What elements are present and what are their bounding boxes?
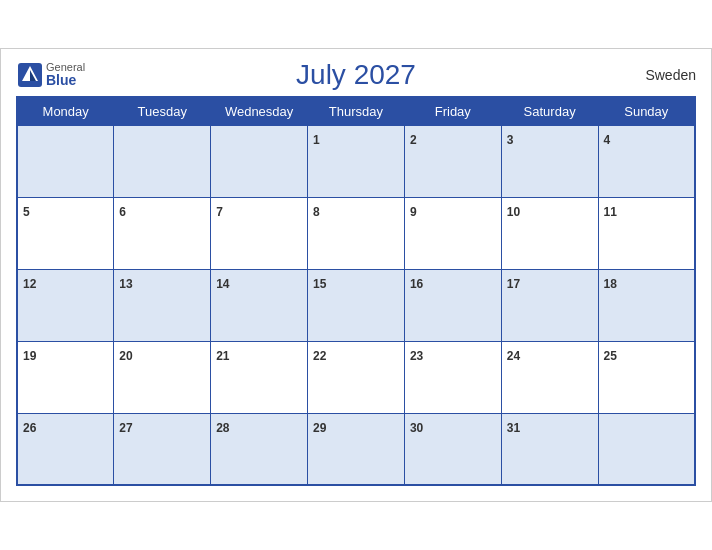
- table-row: 4: [598, 125, 695, 197]
- table-row: 2: [404, 125, 501, 197]
- days-header-row: Monday Tuesday Wednesday Thursday Friday…: [17, 97, 695, 126]
- table-row: 3: [501, 125, 598, 197]
- day-number: 23: [410, 349, 423, 363]
- calendar-week-row: 12131415161718: [17, 269, 695, 341]
- calendar-week-row: 262728293031: [17, 413, 695, 485]
- day-number: 3: [507, 133, 514, 147]
- calendar-week-row: 567891011: [17, 197, 695, 269]
- day-number: 19: [23, 349, 36, 363]
- table-row: 6: [114, 197, 211, 269]
- table-row: [598, 413, 695, 485]
- day-number: 7: [216, 205, 223, 219]
- table-row: 29: [308, 413, 405, 485]
- table-row: 7: [211, 197, 308, 269]
- table-row: 17: [501, 269, 598, 341]
- table-row: 26: [17, 413, 114, 485]
- country-label: Sweden: [645, 67, 696, 83]
- table-row: 28: [211, 413, 308, 485]
- calendar-grid: Monday Tuesday Wednesday Thursday Friday…: [16, 96, 696, 487]
- day-number: 13: [119, 277, 132, 291]
- header-wednesday: Wednesday: [211, 97, 308, 126]
- header-tuesday: Tuesday: [114, 97, 211, 126]
- table-row: 16: [404, 269, 501, 341]
- day-number: 24: [507, 349, 520, 363]
- table-row: 19: [17, 341, 114, 413]
- table-row: 23: [404, 341, 501, 413]
- logo-area: General Blue: [16, 61, 85, 89]
- day-number: 16: [410, 277, 423, 291]
- day-number: 14: [216, 277, 229, 291]
- table-row: 5: [17, 197, 114, 269]
- calendar-header: General Blue July 2027 Sweden: [16, 59, 696, 91]
- day-number: 4: [604, 133, 611, 147]
- day-number: 11: [604, 205, 617, 219]
- calendar-title: July 2027: [16, 59, 696, 91]
- table-row: 25: [598, 341, 695, 413]
- day-number: 21: [216, 349, 229, 363]
- table-row: [17, 125, 114, 197]
- table-row: [114, 125, 211, 197]
- header-thursday: Thursday: [308, 97, 405, 126]
- day-number: 27: [119, 421, 132, 435]
- logo-icon: [16, 61, 44, 89]
- table-row: 22: [308, 341, 405, 413]
- day-number: 26: [23, 421, 36, 435]
- table-row: 14: [211, 269, 308, 341]
- logo-blue-text: Blue: [46, 73, 85, 88]
- day-number: 15: [313, 277, 326, 291]
- table-row: 10: [501, 197, 598, 269]
- table-row: 9: [404, 197, 501, 269]
- header-sunday: Sunday: [598, 97, 695, 126]
- table-row: 27: [114, 413, 211, 485]
- table-row: 31: [501, 413, 598, 485]
- day-number: 10: [507, 205, 520, 219]
- table-row: 30: [404, 413, 501, 485]
- calendar-week-row: 1234: [17, 125, 695, 197]
- table-row: 8: [308, 197, 405, 269]
- day-number: 1: [313, 133, 320, 147]
- table-row: 18: [598, 269, 695, 341]
- table-row: 21: [211, 341, 308, 413]
- table-row: 11: [598, 197, 695, 269]
- day-number: 29: [313, 421, 326, 435]
- table-row: 12: [17, 269, 114, 341]
- header-friday: Friday: [404, 97, 501, 126]
- day-number: 30: [410, 421, 423, 435]
- day-number: 31: [507, 421, 520, 435]
- day-number: 5: [23, 205, 30, 219]
- day-number: 20: [119, 349, 132, 363]
- day-number: 8: [313, 205, 320, 219]
- header-monday: Monday: [17, 97, 114, 126]
- table-row: 24: [501, 341, 598, 413]
- table-row: 1: [308, 125, 405, 197]
- table-row: [211, 125, 308, 197]
- day-number: 2: [410, 133, 417, 147]
- day-number: 12: [23, 277, 36, 291]
- table-row: 13: [114, 269, 211, 341]
- header-saturday: Saturday: [501, 97, 598, 126]
- day-number: 28: [216, 421, 229, 435]
- day-number: 25: [604, 349, 617, 363]
- table-row: 20: [114, 341, 211, 413]
- day-number: 22: [313, 349, 326, 363]
- day-number: 6: [119, 205, 126, 219]
- calendar-container: General Blue July 2027 Sweden Monday Tue…: [0, 48, 712, 503]
- table-row: 15: [308, 269, 405, 341]
- day-number: 17: [507, 277, 520, 291]
- calendar-week-row: 19202122232425: [17, 341, 695, 413]
- day-number: 9: [410, 205, 417, 219]
- day-number: 18: [604, 277, 617, 291]
